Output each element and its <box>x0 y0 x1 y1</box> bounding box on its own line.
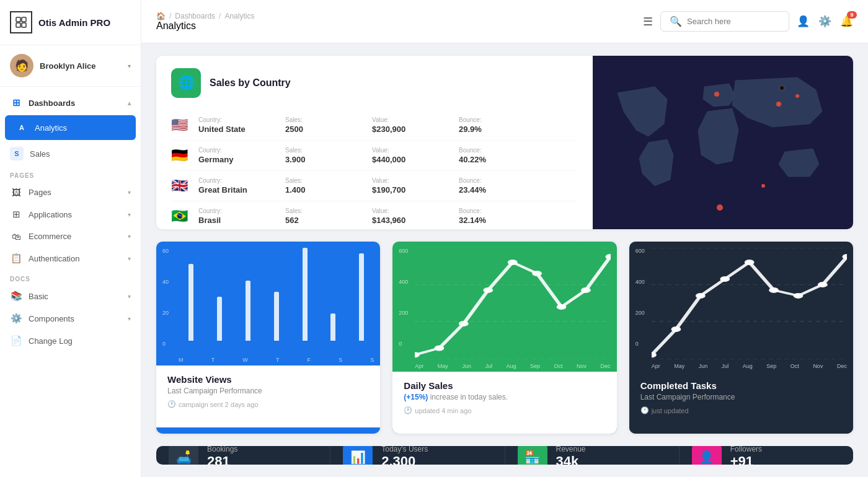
country-table: 🇺🇸 Country: United State Sales: 2500 Val… <box>171 110 578 229</box>
sales-value: 2500 <box>285 125 347 134</box>
svg-point-36 <box>842 254 847 260</box>
stat-value: +91 <box>730 453 762 465</box>
value-col: Value: $190,700 <box>372 177 434 195</box>
daily-sales-highlight: (+15%) <box>404 393 428 401</box>
sidebar-item-changelog-label: Change Log <box>29 336 73 346</box>
svg-point-33 <box>769 287 779 293</box>
charts-row: 60 40 20 0 MTWTFSS Website Views Last Ca… <box>156 242 853 434</box>
stat-label: Followers <box>730 446 762 453</box>
svg-rect-3 <box>22 23 26 27</box>
list-item: 🏪 Revenue 34k <box>505 446 680 465</box>
avatar: 🧑 <box>10 54 33 77</box>
website-views-x-labels: MTWTFSS <box>179 357 374 363</box>
daily-sales-card: 600 400 200 0 AprMayJunJulAugSepOctNovDe… <box>392 242 616 434</box>
value-col: Value: $230,900 <box>372 116 434 134</box>
sidebar-item-ecommerce-label: Ecommerce <box>29 232 71 241</box>
completed-tasks-title: Completed Tasks <box>640 380 842 391</box>
bar-group <box>349 248 374 341</box>
logo-icon <box>10 11 32 33</box>
line-chart-svg <box>415 248 610 359</box>
sales-col: Sales: 1.400 <box>285 177 347 195</box>
sidebar-item-analytics[interactable]: A Analytics <box>5 115 136 140</box>
svg-point-19 <box>508 260 518 265</box>
sidebar-item-analytics-label: Analytics <box>35 123 67 133</box>
svg-point-17 <box>459 321 469 326</box>
sidebar-user[interactable]: 🧑 Brooklyn Alice ▾ <box>0 45 141 87</box>
sidebar-item-basic-label: Basic <box>29 292 48 301</box>
completed-tasks-card: 600 400 200 0 AprMayJunJulAugSepOctNovDe… <box>629 242 853 434</box>
list-item: 🛋️ Bookings 281 <box>156 446 330 465</box>
sales-label: Sales: <box>285 116 347 123</box>
svg-point-28 <box>652 352 657 357</box>
svg-point-29 <box>671 326 681 332</box>
sidebar-item-ecommerce[interactable]: 🛍 Ecommerce ▾ <box>0 225 141 247</box>
country-flag: 🇬🇧 <box>171 178 190 194</box>
user-icon[interactable]: 👤 <box>797 15 810 28</box>
pages-section-label: PAGES <box>0 166 141 182</box>
sidebar-item-sales[interactable]: S Sales <box>0 141 141 166</box>
user-chevron-icon: ▾ <box>128 63 131 69</box>
sidebar-item-changelog[interactable]: 📄 Change Log <box>0 330 141 352</box>
ecommerce-chevron-icon: ▾ <box>128 233 131 240</box>
sales-label: Sales: <box>285 177 347 184</box>
daily-sales-chart-area <box>415 248 610 359</box>
table-row: 🇧🇷 Country: Brasil Sales: 562 Value: $14… <box>171 201 578 229</box>
sidebar-item-pages[interactable]: 🖼 Pages ▾ <box>0 182 141 203</box>
stat-label: Today's Users <box>381 446 428 453</box>
svg-point-20 <box>533 271 542 276</box>
breadcrumb-analytics: Analytics <box>224 12 254 20</box>
components-icon: ⚙️ <box>10 313 22 324</box>
completed-tasks-x-labels: AprMayJunJulAugSepOctNovDec <box>652 363 847 369</box>
svg-rect-0 <box>16 17 20 22</box>
sidebar-item-authentication[interactable]: 📋 Authentication ▾ <box>0 247 141 269</box>
value-label: Value: <box>372 177 434 184</box>
authentication-chevron-icon: ▾ <box>128 255 131 262</box>
sales-label: Sales: <box>285 208 347 214</box>
applications-icon: ⊞ <box>10 209 22 220</box>
notifications-icon[interactable]: 🔔 9 <box>840 15 853 28</box>
svg-point-21 <box>557 304 567 310</box>
sidebar-item-dashboards[interactable]: ⊞ Dashboards ▴ <box>0 92 141 114</box>
search-input[interactable] <box>687 17 780 26</box>
bounce-col: Bounce: 23.44% <box>459 177 521 195</box>
user-name: Brooklyn Alice <box>40 61 122 71</box>
svg-point-7 <box>776 102 781 107</box>
bar <box>188 264 193 341</box>
search-icon: 🔍 <box>670 15 682 27</box>
bar <box>246 281 250 341</box>
country-label: Country: <box>198 177 260 184</box>
sales-value: 1.400 <box>285 185 347 195</box>
map-section <box>593 56 853 229</box>
page-content: 🌐 Sales by Country 🇺🇸 Country: United St… <box>141 43 868 477</box>
website-views-bottom: Website Views Last Campaign Performance … <box>156 365 380 427</box>
country-col: Country: Great Britain <box>198 177 260 195</box>
value-col: Value: $440,000 <box>372 147 434 164</box>
pages-icon: 🖼 <box>10 187 22 198</box>
sidebar-item-basic[interactable]: 📚 Basic ▾ <box>0 285 141 307</box>
value-amount: $440,000 <box>372 155 434 164</box>
stat-data: Today's Users 2,300 <box>381 446 428 465</box>
breadcrumb-sep1: / <box>169 12 171 20</box>
bounce-value: 32.14% <box>459 216 521 225</box>
stat-data: Followers +91 <box>730 446 762 465</box>
sidebar: Otis Admin PRO 🧑 Brooklyn Alice ▾ ⊞ Dash… <box>0 0 141 477</box>
stat-data: Bookings 281 <box>207 446 237 465</box>
line-chart-svg <box>652 248 847 359</box>
stat-icon: 👤 <box>692 446 722 465</box>
settings-icon[interactable]: ⚙️ <box>818 15 831 28</box>
completed-tasks-chart-area <box>652 248 847 359</box>
country-name: United State <box>198 125 260 134</box>
sidebar-item-components[interactable]: ⚙️ Components ▾ <box>0 307 141 330</box>
menu-icon[interactable]: ☰ <box>643 15 653 28</box>
topbar: 🏠 / Dashboards / Analytics Analytics ☰ 🔍… <box>141 0 868 43</box>
website-views-time: 🕐 campaign sent 2 days ago <box>167 400 369 408</box>
bounce-col: Bounce: 29.9% <box>459 116 521 134</box>
stat-value: 2,300 <box>381 453 428 465</box>
completed-tasks-y-labels: 600 400 200 0 <box>636 248 645 347</box>
bar-group <box>264 248 289 341</box>
svg-point-6 <box>714 92 719 97</box>
country-col: Country: Brasil <box>198 208 260 225</box>
clock-icon-ds: 🕐 <box>404 406 412 414</box>
value-amount: $230,900 <box>372 125 434 134</box>
sidebar-item-applications[interactable]: ⊞ Applications ▾ <box>0 203 141 225</box>
